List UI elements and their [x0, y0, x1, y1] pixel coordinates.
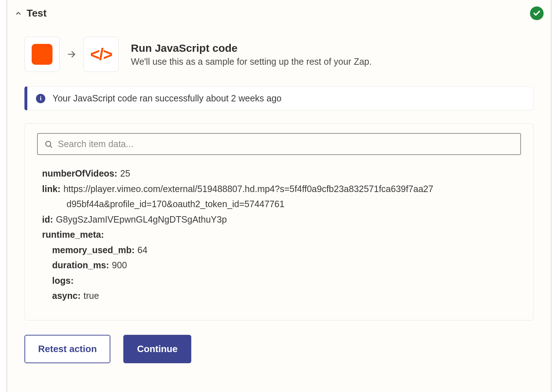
- result-row-async: async: true: [52, 288, 521, 304]
- action-title: Run JavaScript code: [131, 42, 372, 54]
- info-icon: i: [36, 94, 45, 103]
- result-row-runtime-meta: runtime_meta:: [42, 227, 521, 242]
- svg-line-2: [50, 146, 52, 147]
- zapier-app-icon: [32, 44, 52, 65]
- result-row-numberOfVideos: numberOfVideos: 25: [42, 166, 521, 181]
- arrow-right-icon: [67, 50, 76, 59]
- result-key: numberOfVideos:: [42, 166, 117, 181]
- status-success-icon: [530, 6, 544, 20]
- search-input[interactable]: [58, 139, 514, 149]
- result-key: link:: [42, 181, 60, 197]
- info-message: Your JavaScript code ran successfully ab…: [52, 93, 282, 104]
- result-row-id: id: G8ygSzJamIVEpwnGL4gNgDTSgAthuY3p: [42, 212, 521, 227]
- result-row-link: link: https://player.vimeo.com/external/…: [42, 181, 521, 197]
- retest-button[interactable]: Retest action: [24, 335, 110, 363]
- result-value: true: [83, 288, 99, 304]
- result-panel: numberOfVideos: 25 link: https://player.…: [24, 123, 534, 320]
- chevron-up-icon[interactable]: [14, 9, 22, 17]
- code-app-icon: </>: [83, 37, 119, 72]
- section-title: Test: [27, 8, 47, 19]
- result-key: id:: [42, 212, 53, 227]
- code-brackets-icon: </>: [90, 45, 112, 64]
- button-row: Retest action Continue: [24, 335, 534, 363]
- trigger-app-icon: [24, 37, 60, 72]
- search-icon: [44, 140, 53, 149]
- result-data-list: numberOfVideos: 25 link: https://player.…: [37, 166, 521, 304]
- result-row-logs: logs:: [52, 273, 521, 288]
- info-banner: i Your JavaScript code ran successfully …: [24, 86, 534, 110]
- result-key: memory_used_mb:: [52, 242, 134, 258]
- result-key: runtime_meta:: [42, 227, 104, 242]
- result-key: duration_ms:: [52, 257, 109, 273]
- result-key: logs:: [52, 273, 74, 288]
- result-row-memory-used: memory_used_mb: 64: [52, 242, 521, 258]
- result-value-link-cont: d95bf44a&profile_id=170&oauth2_token_id=…: [42, 196, 521, 212]
- result-row-duration: duration_ms: 900: [52, 257, 521, 273]
- result-key: async:: [52, 288, 81, 304]
- section-header: Test: [7, 0, 551, 22]
- result-value: 64: [137, 242, 147, 258]
- result-value: 900: [112, 257, 127, 273]
- result-value: G8ygSzJamIVEpwnGL4gNgDTSgAthuY3p: [56, 212, 227, 227]
- continue-button[interactable]: Continue: [123, 335, 191, 363]
- search-box[interactable]: [37, 133, 521, 155]
- action-subtitle: We'll use this as a sample for setting u…: [131, 56, 372, 67]
- result-value: 25: [120, 166, 130, 181]
- action-summary-row: </> Run JavaScript code We'll use this a…: [24, 37, 534, 72]
- result-value: https://player.vimeo.com/external/519488…: [63, 181, 433, 197]
